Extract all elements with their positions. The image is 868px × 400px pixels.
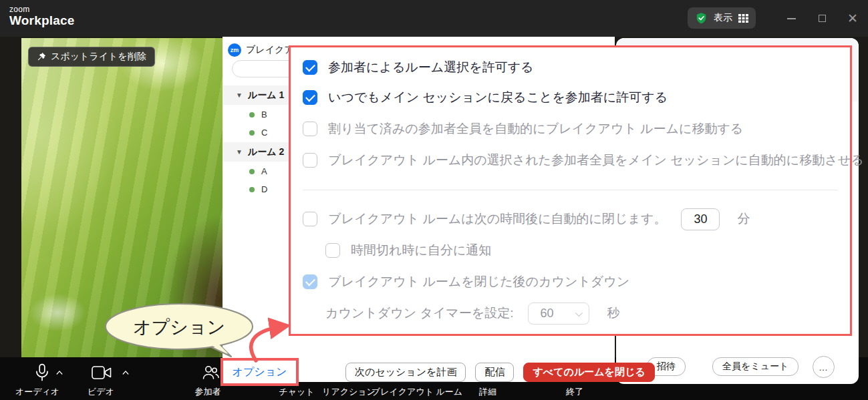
member-status-dot: [249, 169, 255, 174]
toolbar-item-breakout-rooms[interactable]: ブレイクアウト ルーム: [372, 386, 462, 398]
member-status-dot: [249, 112, 255, 118]
view-button[interactable]: 表示: [688, 7, 756, 29]
logo-workplace-text: Workplace: [9, 14, 75, 28]
pin-icon: [37, 52, 46, 61]
checkbox-countdown-after-close[interactable]: [303, 274, 317, 289]
chevron-down-icon: [575, 309, 583, 316]
option-row-countdown-after-close: ブレイクアウト ルームを閉じた後のカウントダウン: [303, 270, 629, 293]
checkbox-return-to-main[interactable]: [303, 90, 317, 105]
option-row-allow-room-selection: 参加者によるルーム選択を許可する: [303, 56, 534, 79]
toolbar-item-reactions[interactable]: リアクション: [322, 386, 376, 398]
countdown-seconds-select[interactable]: 60: [528, 303, 589, 325]
auto-close-minutes-input[interactable]: [681, 208, 720, 230]
minimize-icon: [787, 18, 796, 19]
zoom-workplace-logo: zoom Workplace: [9, 5, 75, 28]
option-label: ブレイクアウト ルームは次の時間後に自動的に閉じます。: [328, 210, 666, 228]
security-shield-icon: [695, 12, 708, 25]
member-name: A: [261, 166, 267, 176]
microphone-icon[interactable]: [33, 363, 51, 383]
mute-all-button[interactable]: 全員をミュート: [712, 357, 799, 376]
toolbar-item-end[interactable]: 終了: [566, 386, 583, 398]
member-name: B: [261, 110, 267, 120]
checkbox-auto-move-to-main[interactable]: [303, 153, 317, 168]
option-label: ブレイクアウト ルーム内の選択された参加者全員をメイン セッションに自動的に移動…: [328, 152, 864, 169]
breakout-options-dialog: 参加者によるルーム選択を許可する いつでもメイン セッションに戻ることを参加者に…: [289, 45, 852, 336]
option-label: 時間切れ時に自分に通知: [351, 242, 491, 259]
member-status-dot: [249, 187, 255, 192]
close-icon: ✕: [847, 12, 858, 25]
option-label: 割り当て済みの参加者全員を自動的にブレイクアウト ルームに移動する: [328, 120, 743, 138]
zoom-app-icon: zm: [228, 43, 241, 57]
view-button-label: 表示: [714, 12, 732, 24]
zoom-workplace-window: zoom Workplace 表示 ✕: [0, 0, 868, 400]
audio-chevron-up-icon[interactable]: [56, 369, 63, 376]
checkbox-auto-move-to-rooms[interactable]: [303, 122, 317, 136]
room-1-collapse-caret-icon[interactable]: ▼: [236, 91, 243, 99]
room-2-name: ルーム 2: [248, 146, 284, 158]
plan-next-session-button[interactable]: 次のセッションを計画: [345, 363, 466, 382]
member-name: D: [261, 184, 267, 194]
option-label: いつでもメイン セッションに戻ることを参加者に許可する: [328, 89, 668, 106]
option-row-countdown-timer-select: カウントダウン タイマーを設定: 60 秒: [325, 302, 619, 325]
more-options-button[interactable]: …: [813, 356, 835, 378]
toolbar-item-more[interactable]: 詳細: [479, 386, 496, 398]
maximize-button[interactable]: [807, 0, 837, 37]
option-row-auto-move-to-main: ブレイクアウト ルーム内の選択された参加者全員をメイン セッションに自動的に移動…: [303, 149, 864, 172]
option-label: カウントダウン タイマーを設定:: [325, 305, 513, 322]
option-label: ブレイクアウト ルームを閉じた後のカウントダウン: [328, 273, 629, 290]
gallery-view-icon: [738, 14, 748, 23]
close-button[interactable]: ✕: [837, 0, 868, 37]
remove-spotlight-button[interactable]: スポットライトを削除: [28, 47, 155, 67]
close-all-rooms-button[interactable]: すべてのルームを閉じる: [523, 363, 654, 382]
seconds-unit-label: 秒: [607, 305, 619, 322]
checkbox-auto-close-timer[interactable]: [303, 212, 317, 226]
breakout-footer-buttons: 次のセッションを計画 配信 すべてのルームを閉じる: [345, 363, 655, 382]
titlebar: zoom Workplace 表示 ✕: [0, 0, 868, 37]
window-controls: ✕: [776, 0, 868, 37]
annotation-arrow-icon: [241, 315, 294, 369]
checkbox-notify-on-timeout[interactable]: [325, 243, 340, 258]
minutes-unit-label: 分: [737, 210, 750, 228]
maximize-icon: [819, 15, 826, 22]
options-callout-label: オプション: [133, 317, 225, 337]
member-status-dot: [249, 130, 255, 136]
checkbox-allow-room-selection[interactable]: [303, 60, 317, 75]
option-row-return-to-main: いつでもメイン セッションに戻ることを参加者に許可する: [303, 86, 668, 109]
option-row-auto-move-to-rooms: 割り当て済みの参加者全員を自動的にブレイクアウト ルームに移動する: [303, 118, 743, 140]
room-2-collapse-caret-icon[interactable]: ▼: [236, 148, 243, 156]
countdown-seconds-value: 60: [540, 307, 553, 321]
option-row-notify-on-timeout: 時間切れ時に自分に通知: [325, 239, 491, 262]
broadcast-button[interactable]: 配信: [475, 363, 514, 382]
options-divider: [303, 190, 838, 190]
toolbar-item-audio[interactable]: オーディオ: [15, 386, 59, 398]
member-name: C: [261, 128, 267, 138]
option-label: 参加者によるルーム選択を許可する: [328, 59, 534, 76]
minimize-button[interactable]: [776, 0, 807, 37]
option-row-auto-close-timer: ブレイクアウト ルームは次の時間後に自動的に閉じます。 分: [303, 208, 750, 230]
toolbar-item-chat[interactable]: チャット: [279, 386, 314, 398]
remove-spotlight-label: スポットライトを削除: [51, 51, 146, 63]
room-1-name: ルーム 1: [248, 89, 284, 102]
